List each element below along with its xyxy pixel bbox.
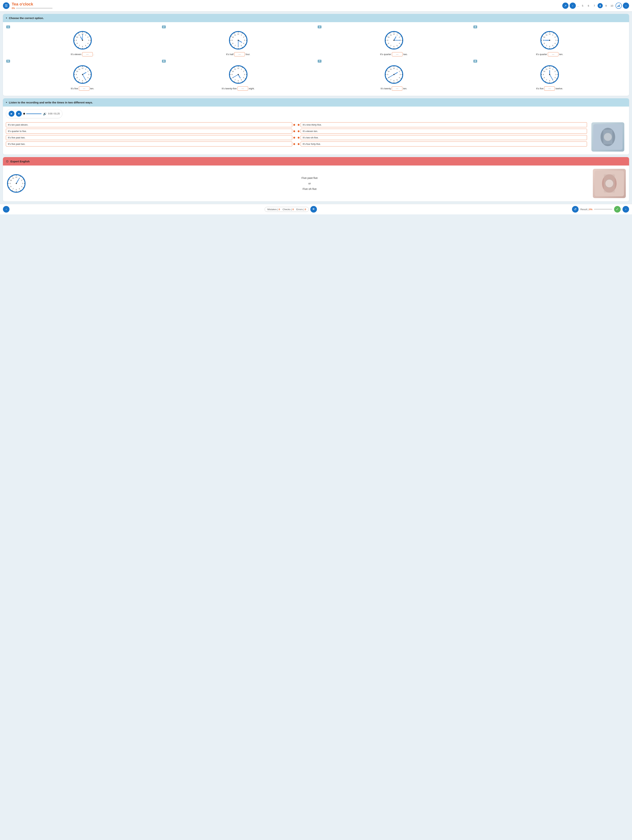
external-icon: ↗ [564,4,566,8]
page-title: Tea o'clock [12,2,562,6]
time-input-right-2[interactable] [301,129,587,134]
result-bar-bg [594,209,612,210]
page-6[interactable]: 6 [586,3,591,8]
svg-text:2: 2 [87,71,88,72]
svg-line-16 [90,38,91,38]
time-input-left-2[interactable] [6,129,292,134]
answer-input-8[interactable] [544,87,555,91]
refresh-button[interactable]: ↺ [572,206,578,213]
svg-line-508 [386,72,386,72]
svg-text:5: 5 [19,188,20,189]
answer-input-3[interactable] [392,52,403,56]
time-input-right-3[interactable] [301,135,587,140]
svg-text:11: 11 [234,68,236,70]
time-input-left-4[interactable] [6,142,292,147]
chart-button[interactable] [616,3,622,9]
time-pair-left-4 [6,142,295,147]
svg-text:10: 10 [76,36,78,38]
audio-bar [26,114,41,114]
svg-text:3: 3 [88,39,89,41]
answer-line-7: It's twentyten. [381,87,407,91]
svg-text:7: 7 [546,79,547,81]
svg-text:2: 2 [399,36,400,38]
label-after-4: ten. [559,53,563,56]
clock-badge-5: 5 [6,60,10,63]
clock-badge-8: 8 [473,60,477,63]
watch-image-wrap [589,122,626,152]
menu-button[interactable]: ☰ [3,2,9,9]
svg-text:5: 5 [397,45,397,46]
label-after-3: two. [403,53,408,56]
svg-text:1: 1 [552,34,553,36]
svg-text:7: 7 [235,79,235,81]
clock-item-3: 3121234567891011It's quartertwo. [318,25,470,56]
prev-icon-top: ‹ [572,4,573,7]
page-7[interactable]: 7 [592,3,597,8]
svg-line-244 [557,38,558,38]
svg-text:7: 7 [13,188,14,189]
section2-card: ▪ Listen to the recording and write the … [3,98,629,155]
svg-text:11: 11 [390,34,392,36]
result-area: Result | 0% [580,208,612,211]
answer-input-4[interactable] [548,52,558,56]
svg-text:11: 11 [234,34,236,36]
page-9[interactable]: 9 [604,3,608,8]
answer-input-2[interactable] [234,52,245,56]
section1-header: ▪ Choose the correct option. [3,14,629,22]
svg-text:5: 5 [397,79,397,81]
svg-text:12: 12 [548,67,550,69]
prev-page-button-footer[interactable]: ‹ [3,206,9,213]
svg-text:10: 10 [232,36,234,38]
audio-play-button[interactable]: ▶ [9,111,14,117]
svg-line-320 [90,72,91,72]
time-input-right-1[interactable] [301,122,587,127]
page-5[interactable]: 5 [580,3,585,8]
time-input-left-3[interactable] [6,135,292,140]
time-pair-dot-right-2 [298,130,299,132]
svg-text:9: 9 [387,74,388,76]
checks-stat: Checks | 0 [282,208,294,211]
answer-input-6[interactable] [238,87,248,91]
page-10[interactable]: 10 [609,3,615,8]
expert-body: 121234567891011 Five past five or Five o… [3,166,629,201]
svg-text:6: 6 [393,46,394,47]
svg-text:8: 8 [388,43,389,44]
svg-text:2: 2 [87,36,88,38]
svg-text:10: 10 [76,71,78,72]
svg-text:2: 2 [243,71,244,72]
audio-stop-button[interactable]: ■ [16,111,22,117]
time-input-right-4[interactable] [301,142,587,147]
svg-line-487 [396,82,397,83]
svg-rect-0 [617,6,618,7]
answer-input-1[interactable] [82,52,93,56]
answer-input-7[interactable] [392,87,402,91]
svg-text:1: 1 [85,34,86,36]
time-input-left-1[interactable] [6,122,292,127]
answer-input-5[interactable] [79,87,90,91]
page-8[interactable]: 8 [597,3,603,8]
svg-text:4: 4 [555,43,555,44]
svg-line-204 [386,38,386,38]
svg-text:4: 4 [555,77,555,79]
check-button[interactable]: ✓ [614,206,621,213]
clock-svg-2: 121234567891011 [228,30,248,51]
time-pair-dot-right-1 [298,124,299,126]
svg-text:11: 11 [545,34,547,36]
label-after-8: twelve. [556,87,563,90]
section2-title: Listen to the recording and write the ti… [9,101,93,104]
svg-text:4: 4 [87,77,88,79]
expert-watch-image [593,169,626,198]
prev-page-button-top[interactable]: ‹ [570,3,576,9]
next-page-button-top[interactable]: › [623,3,629,9]
eye-button[interactable]: 👁 [310,206,317,213]
svg-line-280 [541,38,542,38]
svg-line-259 [552,48,552,49]
next-page-button-footer[interactable]: › [623,206,629,213]
clock-item-2: 2121234567891011It's halffour. [162,25,314,56]
expert-text-line1: Five past five [30,175,589,181]
svg-text:7: 7 [79,45,80,46]
svg-text:2: 2 [555,36,555,38]
svg-text:2: 2 [21,179,22,181]
external-link-button[interactable]: ↗ [562,3,569,9]
svg-line-432 [230,72,230,72]
